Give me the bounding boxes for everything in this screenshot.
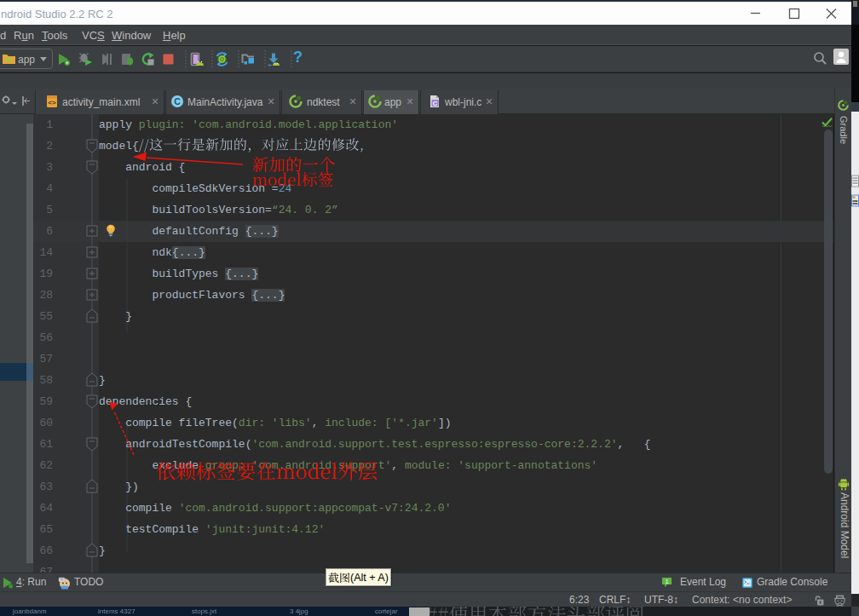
svg-text:C: C: [433, 100, 438, 107]
svg-text:<>: <>: [48, 99, 56, 107]
svg-text:1: 1: [665, 578, 668, 585]
svg-text:C: C: [174, 96, 181, 107]
